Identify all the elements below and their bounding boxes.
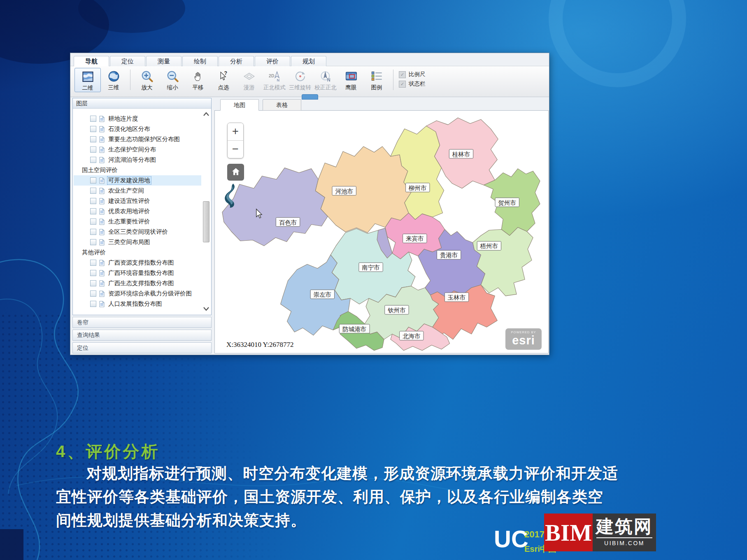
layer-item[interactable]: 广西生态支撑指数分布图 [74,278,201,288]
checkbox-icon[interactable] [90,157,96,163]
tab-定位[interactable]: 定位 [110,56,145,66]
document-icon [99,126,105,132]
collapsed-panel-bars: 卷帘查询结果定位 [72,317,212,353]
checkbox-icon[interactable] [90,116,96,122]
layer-item[interactable]: 重要生态功能保护区分布图 [74,134,201,144]
checkbox-icon[interactable] [90,280,96,286]
region-梧州市[interactable] [472,228,533,296]
toggle-比例尺[interactable]: ✓比例尺 [399,71,426,78]
zoom-in-button[interactable]: + [228,123,243,141]
layer-item[interactable]: 资源环境综合承载力分级评价图 [74,288,201,299]
layer-label: 全区三类空间现状评价 [107,228,169,236]
map-canvas[interactable]: 百色市河池市柳州市桂林市贺州市梧州市来宾市贵港市南宁市玉林市崇左市钦州市防城港市… [214,110,549,353]
map-tab-strip: 地图表格 [214,99,549,111]
document-icon [99,260,105,266]
tool-zoom-in[interactable]: 放大 [134,68,160,91]
toolbar-separator [130,70,130,90]
layer-item[interactable]: 广西环境容量指数分布图 [74,268,201,278]
zoom-out-button[interactable]: − [228,141,243,158]
tool-label: 校正正北 [314,84,337,91]
layer-item[interactable]: 石漠化地区分布 [74,124,201,134]
map-tab-表格[interactable]: 表格 [263,99,301,111]
layer-label: 人口发展指数分布图 [107,300,163,308]
body-line: 宜性评价等各类基础评价，国土资源开发、利用、保护，以及各行业编制各类空 [56,485,589,509]
checkbox-icon[interactable] [90,188,96,194]
layer-label: 农业生产空间 [107,187,145,195]
map-panel: 地图表格 百色市河池市柳州市桂林市贺州市梧州市来宾市贵港市南宁市玉林市崇左市钦州… [214,99,549,353]
checkbox-icon[interactable] [90,229,96,235]
tool-eagle-eye[interactable]: 鹰眼 [338,68,364,91]
tab-分析[interactable]: 分析 [219,56,254,66]
layer-item[interactable]: 三类空间布局图 [74,237,201,247]
layer-item[interactable]: 河流湖泊等分布图 [74,155,201,165]
checkbox-icon[interactable] [90,177,96,184]
scroll-up-icon[interactable] [202,110,210,118]
layer-label: 三类空间布局图 [107,238,151,246]
tool-north-correct[interactable]: N校正正北 [313,68,338,91]
scroll-down-icon[interactable] [202,305,210,312]
tool-map-2d[interactable]: 二维 [74,68,101,92]
layer-item[interactable]: 广西资源支撑指数分布图 [74,258,201,268]
panel-bar-定位[interactable]: 定位 [72,342,212,353]
svg-text:2D: 2D [269,73,275,78]
checkbox-icon[interactable] [90,260,96,266]
toggle-label: 比例尺 [409,71,426,78]
bim-logo-red: BIM [544,514,593,551]
tool-roam[interactable]: 漫游 [236,68,262,91]
panel-bar-查询结果[interactable]: 查询结果 [72,330,212,341]
tab-绘制[interactable]: 绘制 [182,56,218,66]
checkbox-icon[interactable] [90,301,96,307]
map-label-桂林市: 桂林市 [449,149,473,158]
home-extent-button[interactable] [227,164,244,181]
tool-label: 缩小 [167,84,178,91]
tool-pan[interactable]: 平移 [185,68,211,91]
layer-item[interactable]: 耕地连片度 [74,114,201,124]
tool-select[interactable]: ?点选 [211,68,236,91]
tool-zoom-out[interactable]: 缩小 [160,68,185,91]
toggle-状态栏[interactable]: ✓状态栏 [399,80,426,88]
tab-评价[interactable]: 评价 [255,56,290,66]
map-2d-icon [81,69,94,84]
coordinate-readout: X:36324010 Y:2678772 [226,341,294,349]
svg-text:百色市: 百色市 [279,219,297,226]
layer-item[interactable]: 生态保护空间分布 [74,144,201,155]
bim-logo: BIM 建筑网 UIBIM.COM [544,514,656,551]
checkbox-icon[interactable] [90,239,96,245]
panel-bar-卷帘[interactable]: 卷帘 [72,317,212,328]
layer-item[interactable]: 全区三类空间现状评价 [74,227,201,237]
checkbox-icon[interactable] [90,218,96,225]
tool-label: 点选 [218,84,229,91]
scrollbar-thumb[interactable] [203,201,209,242]
layer-label: 生态保护空间分布 [107,146,157,153]
tab-导航[interactable]: 导航 [74,56,109,66]
layer-label: 优质农用地评价 [107,207,151,215]
layer-item[interactable]: 优质农用地评价 [74,206,201,216]
layer-item[interactable]: 农业生产空间 [74,186,201,196]
checkbox-icon[interactable] [90,290,96,297]
layer-item[interactable]: 人口发展指数分布图 [74,299,201,309]
checkbox-icon[interactable] [90,136,96,142]
document-icon [99,270,105,277]
layer-item[interactable]: 建设适宜性评价 [74,196,201,206]
tool-label: 放大 [142,84,153,91]
eagle-eye-icon [345,69,358,84]
layer-item[interactable]: 生态重要性评价 [74,216,201,227]
left-panel: 图层 耕地连片度石漠化地区分布重要生态功能保护区分布图生态保护空间分布河流湖泊等… [72,98,212,353]
layers-scrollbar[interactable] [202,109,210,313]
checkbox-icon[interactable] [90,270,96,276]
checkbox-icon[interactable] [90,208,96,214]
checkbox-icon[interactable] [90,146,96,153]
document-icon [99,157,105,163]
document-icon [99,146,105,153]
tool-legend[interactable]: 图例 [364,68,389,91]
tool-north-2d[interactable]: 2DN正北模式 [262,68,287,91]
tab-规划[interactable]: 规划 [291,56,326,66]
layer-item[interactable]: 可开发建设用地 [74,175,201,186]
legend-icon [370,69,383,84]
checkbox-icon[interactable] [90,198,96,204]
map-tab-地图[interactable]: 地图 [220,99,259,111]
tool-globe[interactable]: 三维 [101,68,126,91]
tool-rotate-3d[interactable]: 三维旋转 [287,68,313,91]
checkbox-icon[interactable] [90,126,96,132]
tab-测量[interactable]: 测量 [146,56,182,66]
